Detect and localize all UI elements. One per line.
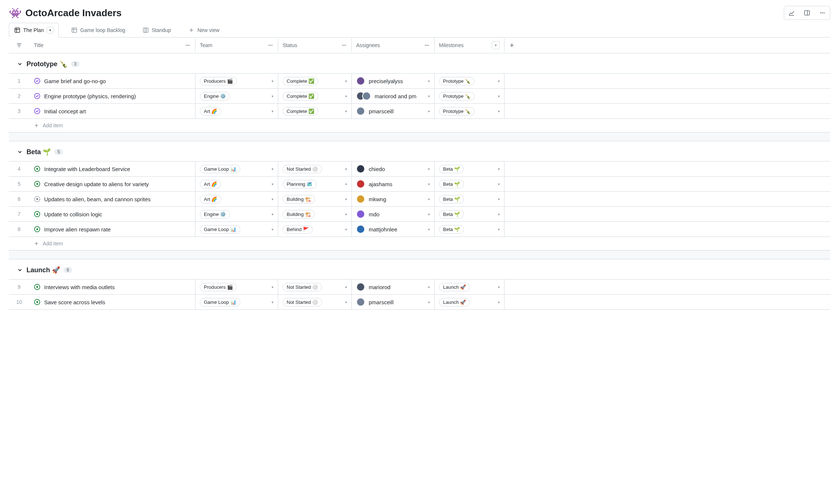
status-cell[interactable]: Not Started ⚪▾ (278, 295, 351, 309)
tab-standup[interactable]: Standup (138, 24, 176, 37)
cell-caret[interactable]: ▾ (345, 109, 347, 113)
milestone-pill[interactable]: Beta 🌱 (439, 210, 464, 219)
status-pill[interactable]: Behind 🚩 (283, 225, 313, 234)
milestone-cell[interactable]: Launch 🚀▾ (434, 295, 504, 309)
cell-caret[interactable]: ▾ (428, 227, 430, 231)
title-cell[interactable]: Interviews with media outlets (29, 280, 195, 294)
milestone-pill[interactable]: Prototype 🍾 (439, 77, 475, 85)
table-row[interactable]: 2Engine prototype (physics, rendering)En… (9, 88, 830, 103)
column-menu-icon[interactable] (268, 42, 273, 48)
panel-button[interactable] (800, 7, 814, 19)
add-column-button[interactable] (504, 39, 519, 52)
title-cell[interactable]: Initial concept art (29, 104, 195, 118)
milestone-cell[interactable]: Beta 🌱▾ (434, 207, 504, 221)
add-item-button[interactable]: Add item (29, 237, 67, 250)
cell-caret[interactable]: ▾ (428, 94, 430, 98)
title-cell[interactable]: Integrate with Leaderboard Service (29, 162, 195, 176)
team-pill[interactable]: Producers 🎬 (200, 77, 237, 85)
team-cell[interactable]: Engine ⚙️▾ (195, 89, 278, 103)
tab-menu-caret[interactable]: ▾ (47, 27, 53, 33)
status-pill[interactable]: Complete ✅ (283, 107, 318, 116)
table-row[interactable]: 10Save score across levelsGame Loop 📊▾No… (9, 294, 830, 310)
insights-button[interactable] (785, 7, 798, 19)
team-pill[interactable]: Game Loop 📊 (200, 165, 240, 173)
status-pill[interactable]: Complete ✅ (283, 77, 318, 85)
status-pill[interactable]: Not Started ⚪ (283, 298, 322, 306)
team-pill[interactable]: Engine ⚙️ (200, 92, 230, 100)
team-cell[interactable]: Art 🌈▾ (195, 192, 278, 206)
milestone-cell[interactable]: Beta 🌱▾ (434, 162, 504, 176)
status-pill[interactable]: Not Started ⚪ (283, 283, 322, 291)
table-row[interactable]: 8Improve alien respawn rateGame Loop 📊▾B… (9, 221, 830, 237)
column-menu-icon[interactable] (341, 42, 347, 48)
status-cell[interactable]: Behind 🚩▾ (278, 222, 351, 237)
title-cell[interactable]: Engine prototype (physics, rendering) (29, 89, 195, 103)
table-row[interactable]: 4Integrate with Leaderboard ServiceGame … (9, 161, 830, 176)
team-pill[interactable]: Art 🌈 (200, 195, 221, 203)
assignees-cell[interactable]: mariorod▾ (351, 280, 434, 294)
more-button[interactable] (816, 7, 829, 19)
cell-caret[interactable]: ▾ (345, 197, 347, 201)
milestone-pill[interactable]: Beta 🌱 (439, 165, 464, 173)
assignees-cell[interactable]: mattjohnlee▾ (351, 222, 434, 237)
chevron-down-icon[interactable] (17, 61, 23, 67)
column-title[interactable]: Title (29, 39, 195, 52)
status-cell[interactable]: Complete ✅▾ (278, 74, 351, 88)
milestone-pill[interactable]: Beta 🌱 (439, 225, 464, 234)
cell-caret[interactable]: ▾ (498, 197, 500, 201)
assignees-cell[interactable]: mdo▾ (351, 207, 434, 221)
team-cell[interactable]: Game Loop 📊▾ (195, 295, 278, 309)
milestone-pill[interactable]: Prototype 🍾 (439, 107, 475, 116)
assignees-cell[interactable]: mkwng▾ (351, 192, 434, 206)
cell-caret[interactable]: ▾ (272, 227, 273, 231)
cell-caret[interactable]: ▾ (428, 285, 430, 289)
milestone-cell[interactable]: Beta 🌱▾ (434, 177, 504, 191)
milestone-pill[interactable]: Launch 🚀 (439, 298, 470, 306)
status-pill[interactable]: Building 🏗️ (283, 195, 315, 203)
column-status[interactable]: Status (278, 39, 351, 52)
column-menu-icon[interactable] (424, 42, 430, 48)
cell-caret[interactable]: ▾ (428, 109, 430, 113)
team-pill[interactable]: Game Loop 📊 (200, 225, 240, 234)
milestone-cell[interactable]: Launch 🚀▾ (434, 280, 504, 294)
assignees-cell[interactable]: preciselyalyss▾ (351, 74, 434, 88)
team-cell[interactable]: Game Loop 📊▾ (195, 222, 278, 237)
cell-caret[interactable]: ▾ (428, 212, 430, 216)
cell-caret[interactable]: ▾ (345, 300, 347, 304)
title-cell[interactable]: Improve alien respawn rate (29, 222, 195, 237)
team-cell[interactable]: Producers 🎬▾ (195, 280, 278, 294)
milestone-pill[interactable]: Beta 🌱 (439, 180, 464, 188)
table-row[interactable]: 1Game brief and go-no-goProducers 🎬▾Comp… (9, 73, 830, 88)
cell-caret[interactable]: ▾ (498, 300, 500, 304)
cell-caret[interactable]: ▾ (272, 300, 273, 304)
cell-caret[interactable]: ▾ (498, 227, 500, 231)
cell-caret[interactable]: ▾ (428, 167, 430, 171)
milestone-cell[interactable]: Prototype 🍾▾ (434, 74, 504, 88)
tab-backlog[interactable]: Game loop Backlog (66, 24, 130, 37)
chevron-down-icon[interactable] (17, 267, 23, 273)
column-team[interactable]: Team (195, 39, 278, 52)
status-pill[interactable]: Not Started ⚪ (283, 165, 322, 173)
assignees-cell[interactable]: ajashams▾ (351, 177, 434, 191)
milestone-pill[interactable]: Prototype 🍾 (439, 92, 475, 100)
cell-caret[interactable]: ▾ (345, 79, 347, 83)
status-pill[interactable]: Planning 🗺️ (283, 180, 316, 188)
title-cell[interactable]: Update to collision logic (29, 207, 195, 221)
cell-caret[interactable]: ▾ (345, 94, 347, 98)
cell-caret[interactable]: ▾ (345, 212, 347, 216)
team-pill[interactable]: Engine ⚙️ (200, 210, 230, 219)
status-cell[interactable]: Building 🏗️▾ (278, 207, 351, 221)
cell-caret[interactable]: ▾ (345, 182, 347, 186)
status-cell[interactable]: Complete ✅▾ (278, 104, 351, 118)
team-cell[interactable]: Engine ⚙️▾ (195, 207, 278, 221)
assignees-cell[interactable]: pmarsceill▾ (351, 295, 434, 309)
milestone-cell[interactable]: Beta 🌱▾ (434, 192, 504, 206)
column-milestones[interactable]: Milestones ▾ (434, 38, 504, 53)
table-row[interactable]: 5Creative design update to aliens for va… (9, 176, 830, 191)
cell-caret[interactable]: ▾ (498, 212, 500, 216)
assignees-cell[interactable]: mariorod and pm▾ (351, 89, 434, 103)
title-cell[interactable]: Game brief and go-no-go (29, 74, 195, 88)
assignees-cell[interactable]: pmarsceill▾ (351, 104, 434, 118)
title-cell[interactable]: Creative design update to aliens for var… (29, 177, 195, 191)
cell-caret[interactable]: ▾ (345, 227, 347, 231)
